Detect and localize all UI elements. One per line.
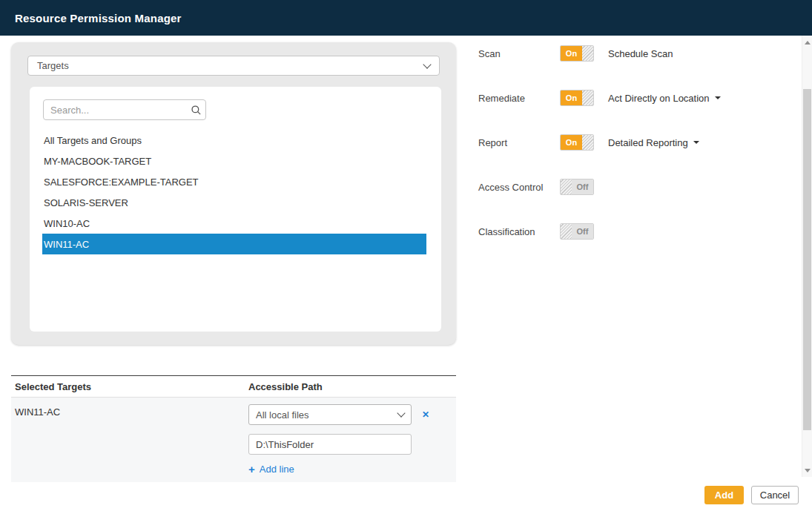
target-item-win11-selected[interactable]: WIN11-AC [42, 234, 426, 254]
targets-panel: Targets All Targets and Groups MY-MACBOO… [11, 42, 456, 345]
schedule-scan-label: Schedule Scan [608, 48, 673, 59]
selected-targets-header: Selected Targets [11, 381, 248, 392]
scroll-down-icon[interactable] [802, 465, 812, 475]
report-label: Report [478, 137, 560, 148]
dialog-title: Resource Permission Manager [15, 12, 182, 24]
remove-path-icon[interactable]: ✕ [422, 409, 429, 420]
caret-down-icon [715, 96, 721, 99]
scrollbar-thumb[interactable] [803, 89, 811, 430]
toggle-stripes [561, 179, 572, 194]
dialog-header: Resource Permission Manager [0, 0, 812, 36]
table-row: WIN11-AC All local files ✕ + Add line [11, 398, 456, 482]
accessible-path-header: Accessible Path [248, 381, 323, 392]
remediate-label: Remediate [478, 93, 560, 104]
classification-toggle-state: Off [572, 224, 593, 239]
path-type-select[interactable]: All local files [248, 404, 412, 425]
toggle-stripes [582, 46, 593, 61]
report-toggle-state: On [561, 135, 582, 150]
target-list: All Targets and Groups MY-MACBOOK-TARGET… [42, 130, 426, 254]
search-icon [186, 105, 205, 116]
path-type-value: All local files [256, 409, 309, 421]
targets-list-box: All Targets and Groups MY-MACBOOK-TARGET… [30, 87, 441, 332]
remediate-mode-dropdown[interactable]: Act Directly on Location [608, 93, 721, 104]
options-panel: Scan On Schedule Scan Remediate On Act D… [467, 36, 793, 280]
remediate-toggle-state: On [561, 90, 582, 105]
access-control-toggle[interactable]: Off [560, 179, 594, 195]
scan-toggle-state: On [561, 46, 582, 61]
vertical-scrollbar[interactable] [802, 36, 812, 477]
add-line-label: Add line [260, 464, 294, 475]
option-row-scan: Scan On Schedule Scan [478, 45, 673, 62]
view-type-value: Targets [37, 60, 69, 71]
toggle-stripes [582, 90, 593, 105]
report-toggle[interactable]: On [560, 134, 594, 151]
chevron-down-icon [423, 60, 431, 68]
classification-label: Classification [478, 226, 560, 237]
target-item-win10[interactable]: WIN10-AC [42, 213, 426, 234]
chevron-down-icon [397, 409, 405, 417]
option-row-classification: Classification Off [478, 223, 594, 240]
caret-down-icon [693, 141, 699, 144]
access-control-label: Access Control [478, 182, 560, 193]
row-target-name: WIN11-AC [11, 398, 248, 482]
add-line-link[interactable]: + Add line [248, 464, 294, 475]
table-header-row: Selected Targets Accessible Path [11, 376, 456, 398]
report-mode-dropdown[interactable]: Detailed Reporting [608, 137, 699, 148]
scan-toggle[interactable]: On [560, 45, 594, 62]
path-value-input[interactable] [248, 434, 412, 455]
search-field-wrap [43, 99, 206, 120]
toggle-stripes [561, 224, 572, 239]
plus-icon: + [248, 464, 255, 475]
target-item-my-macbook[interactable]: MY-MACBOOK-TARGET [42, 151, 426, 171]
classification-toggle[interactable]: Off [560, 223, 594, 240]
view-type-select[interactable]: Targets [27, 56, 440, 76]
target-item-solaris[interactable]: SOLARIS-SERVER [42, 192, 426, 213]
cancel-button[interactable]: Cancel [751, 486, 799, 504]
row-path-cell: All local files ✕ + Add line [248, 398, 429, 482]
toggle-stripes [582, 135, 593, 150]
resource-permission-manager-dialog: Resource Permission Manager Targets All … [0, 0, 812, 514]
option-row-access-control: Access Control Off [478, 178, 594, 196]
target-item-all-targets[interactable]: All Targets and Groups [42, 130, 426, 151]
access-control-toggle-state: Off [572, 179, 593, 194]
add-button[interactable]: Add [704, 486, 744, 504]
option-row-report: Report On Detailed Reporting [478, 134, 699, 151]
remediate-toggle[interactable]: On [560, 90, 594, 106]
scan-label: Scan [478, 48, 560, 59]
search-input[interactable] [44, 105, 186, 116]
scroll-up-icon[interactable] [802, 37, 812, 47]
option-row-remediate: Remediate On Act Directly on Location [478, 89, 721, 107]
target-item-salesforce[interactable]: SALESFORCE:EXAMPLE-TARGET [42, 171, 426, 192]
